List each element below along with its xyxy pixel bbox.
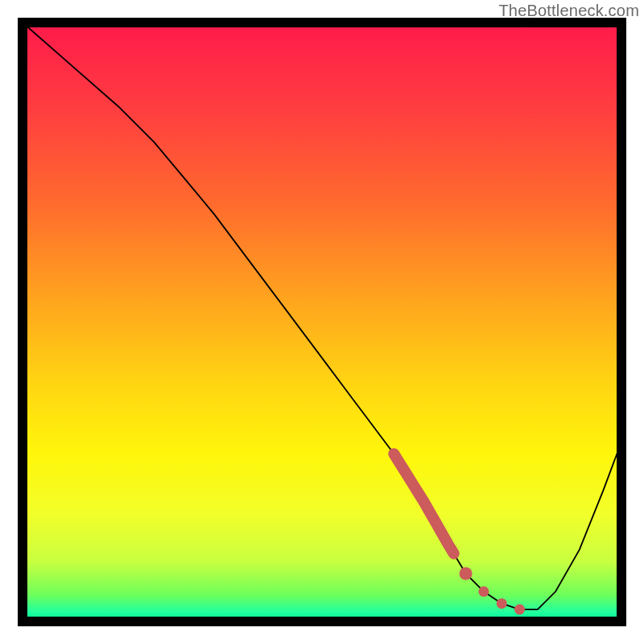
highlight-dot: [478, 586, 489, 597]
chart-container: TheBottleneck.com: [0, 0, 644, 644]
plot-area: [23, 23, 621, 621]
highlight-dot: [460, 568, 473, 580]
chart-svg: [0, 0, 644, 644]
highlight-dot: [497, 598, 507, 609]
highlight-dot: [514, 605, 525, 615]
